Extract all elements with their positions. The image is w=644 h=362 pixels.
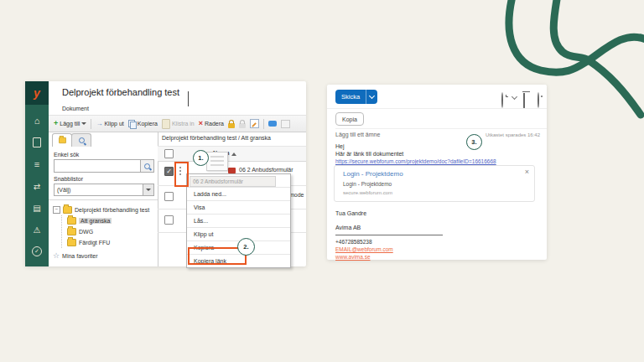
annotation-step-2: 2. — [237, 238, 255, 256]
tab-folders[interactable] — [52, 133, 72, 147]
toolbar-divider — [327, 108, 547, 109]
toolbar-separator — [91, 119, 91, 129]
chevron-down-icon — [369, 93, 375, 99]
copy-icon — [128, 120, 136, 128]
chat-icon[interactable] — [268, 121, 277, 127]
cut-icon: → — [96, 121, 102, 127]
select-dropdown-icon — [143, 184, 153, 195]
add-caret-icon — [81, 122, 86, 125]
webforum-logo-icon[interactable]: y — [25, 81, 49, 105]
document-name-clipped[interactable]: mode — [289, 192, 304, 198]
plus-icon: + — [54, 121, 58, 127]
add-button[interactable]: +Lägg till — [54, 121, 86, 127]
menu-item-las[interactable]: Lås... — [187, 215, 290, 228]
tree-item-favorites[interactable]: ☆Mina favoriter — [53, 251, 149, 261]
paste-button[interactable]: Klistra in — [162, 119, 195, 129]
left-nav-rail: y ⌂ ≡ ⇄ ▤ ⚠ ✓ — [25, 81, 49, 266]
autosave-status: Utkastet sparades 16:42 — [486, 132, 540, 137]
tree-item-fardigt-ffu[interactable]: Färdigt FFU — [67, 237, 149, 248]
edit-icon[interactable] — [250, 119, 259, 128]
select-all-checkbox[interactable] — [164, 149, 174, 158]
sort-ascending-icon[interactable] — [231, 153, 236, 156]
paste-icon — [162, 119, 170, 129]
project-title: Delprojekt förbehandling test — [62, 87, 179, 97]
highlight-box-more-actions — [174, 162, 189, 187]
tree-item-att-granska[interactable]: Att granska — [67, 215, 149, 226]
section-label: Dokument — [62, 106, 89, 111]
link-preview-title[interactable]: Login - Projektdemo — [343, 170, 403, 178]
tree-item-dwg[interactable]: DWG — [67, 226, 149, 237]
tree-root-project[interactable]: − Delprojekt förbehandling test — [53, 204, 149, 215]
close-icon[interactable]: × — [525, 168, 529, 176]
signature-email-link[interactable]: EMAIL@webforum.com — [335, 246, 393, 252]
document-app-window: y ⌂ ≡ ⇄ ▤ ⚠ ✓ Delprojekt förbehandling t… — [25, 81, 306, 266]
star-icon: ☆ — [53, 252, 60, 260]
folder-tab-icon — [59, 137, 66, 143]
link-preview-card[interactable]: Login - Projektdemo Login - Projektdemo … — [334, 165, 535, 202]
menu-list-icon[interactable]: ≡ — [25, 153, 49, 175]
delete-button[interactable]: ×Radera — [199, 121, 224, 127]
body-text[interactable]: Här är länk till dokumentet — [335, 151, 403, 157]
lock-icon[interactable] — [228, 123, 235, 128]
drag-tooltip: 06 2 Anbudsformulär — [190, 176, 276, 187]
documents-icon[interactable] — [25, 132, 49, 153]
send-split-button[interactable]: Skicka — [335, 90, 377, 104]
annotation-step-1: 1. — [193, 150, 209, 166]
risks-warning-icon[interactable]: ⚠ — [25, 219, 49, 240]
document-toolbar: +Lägg till →Klipp ut Kopiera Klistra in … — [49, 115, 306, 132]
search-go-button[interactable] — [140, 160, 153, 172]
search-tab-icon — [79, 137, 85, 143]
tasks-check-icon[interactable]: ✓ — [25, 240, 49, 262]
home-icon[interactable]: ⌂ — [25, 110, 49, 132]
simple-search-label: Enkel sök — [54, 152, 79, 158]
folder-icon — [63, 206, 72, 214]
link-preview-domain: secure.webforum.com — [343, 190, 392, 195]
more-options-icon[interactable] — [538, 92, 539, 108]
folder-icon — [67, 217, 76, 225]
signature-phone: +46728585238 — [335, 239, 372, 245]
toolbar-separator — [263, 119, 264, 129]
send-button-label[interactable]: Skicka — [335, 93, 366, 101]
breadcrumb: Delprojekt förbehandling test / Att gran… — [162, 135, 271, 141]
document-preview-thumbnail — [206, 152, 228, 171]
menu-item-klipp-ut[interactable]: Klipp ut — [187, 228, 290, 241]
quicklists-label: Snabblistor — [54, 176, 83, 182]
signature-company: Avima AB — [335, 225, 361, 230]
menu-item-ladda-ned[interactable]: Ladda ned... — [187, 188, 290, 201]
sidebar-divider — [49, 199, 158, 200]
calendar-icon[interactable] — [281, 120, 290, 128]
document-name[interactable]: 06 2 Anbudsformulär — [239, 167, 293, 173]
document-link[interactable]: https://secure.webforum.com/projektdemo/… — [335, 158, 496, 164]
forms-icon[interactable]: ▤ — [25, 197, 49, 219]
send-options-caret[interactable] — [366, 90, 377, 104]
unlock-icon[interactable] — [239, 123, 246, 128]
signature-divider — [335, 235, 443, 235]
row-checkbox[interactable] — [164, 215, 174, 225]
row-checkbox-checked[interactable]: ✓ — [164, 167, 174, 176]
recipients-divider — [335, 128, 547, 129]
folders-sidebar: Enkel sök Snabblistor (Välj) − Delprojek… — [49, 132, 158, 266]
collapse-icon[interactable]: − — [53, 206, 60, 214]
signature-name: Tua Gandre — [335, 210, 366, 216]
cut-button[interactable]: →Klipp ut — [96, 121, 123, 127]
schedule-caret-icon[interactable] — [512, 94, 517, 100]
subject-input[interactable]: Lägg till ett ämne — [335, 132, 380, 137]
folder-icon — [67, 239, 76, 246]
transfer-arrows-icon[interactable]: ⇄ — [25, 175, 49, 197]
quicklists-select[interactable]: (Välj) — [54, 184, 154, 196]
discard-draft-icon[interactable] — [523, 93, 525, 108]
signature-website-link[interactable]: www.avima.se — [335, 254, 371, 260]
project-title-chevron-icon[interactable] — [188, 91, 189, 106]
tab-search[interactable] — [71, 133, 91, 147]
link-preview-subtitle: Login - Projektdemo — [343, 181, 392, 187]
folder-icon — [67, 228, 76, 235]
menu-item-visa[interactable]: Visa — [187, 201, 290, 215]
copy-button[interactable]: Kopiera — [128, 120, 158, 128]
delete-x-icon: × — [199, 121, 203, 127]
cc-button[interactable]: Kopia — [335, 112, 364, 126]
row-checkbox[interactable] — [164, 192, 174, 201]
body-greeting[interactable]: Hej — [335, 143, 345, 149]
search-icon — [144, 163, 150, 169]
schedule-send-icon[interactable] — [501, 92, 503, 108]
search-input[interactable] — [54, 159, 154, 173]
